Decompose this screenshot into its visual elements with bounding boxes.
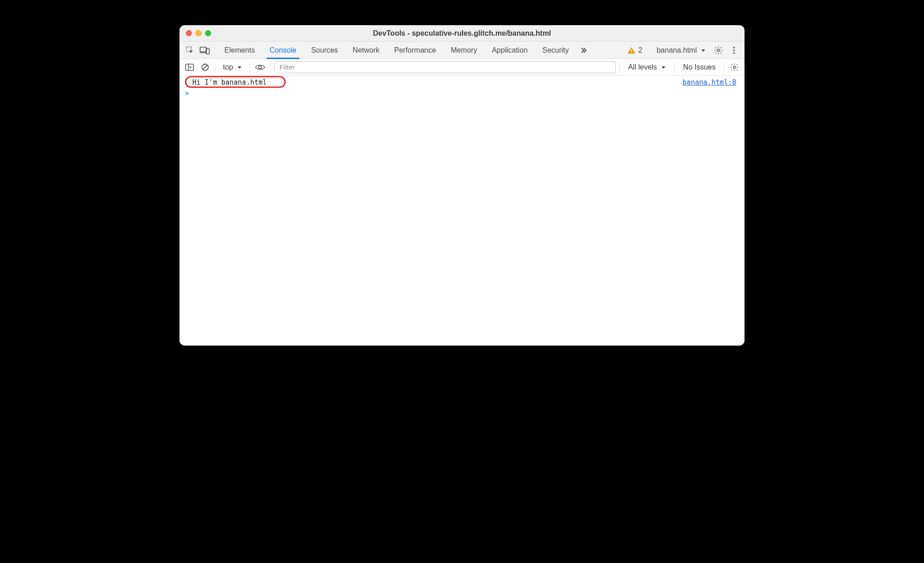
divider [620, 62, 620, 72]
toggle-sidebar-icon[interactable] [183, 61, 196, 74]
tab-label: Application [492, 46, 527, 54]
more-tabs-icon[interactable] [576, 42, 590, 59]
console-log-source-link[interactable]: banana.html:8 [683, 78, 736, 87]
console-output: Hi I'm banana.html banana.html:8 > [179, 76, 745, 346]
console-prompt[interactable]: > [179, 88, 745, 99]
console-log-row: Hi I'm banana.html banana.html:8 [179, 76, 745, 88]
log-levels-dropdown[interactable]: All levels [624, 63, 671, 71]
svg-rect-9 [186, 64, 194, 70]
context-name: top [223, 63, 233, 71]
tab-label: Memory [451, 46, 477, 54]
target-dropdown[interactable]: banana.html [653, 46, 710, 54]
tab-application[interactable]: Application [485, 42, 534, 59]
tab-label: Performance [394, 46, 436, 54]
svg-rect-1 [200, 47, 207, 52]
svg-point-14 [733, 66, 735, 68]
svg-line-12 [203, 65, 207, 69]
settings-gear-icon[interactable] [712, 46, 725, 55]
chevron-down-icon [661, 65, 666, 70]
tab-performance[interactable]: Performance [387, 42, 443, 59]
more-menu-icon[interactable] [727, 46, 741, 54]
target-name: banana.html [657, 46, 697, 54]
window-zoom-button[interactable] [205, 30, 211, 36]
tab-console[interactable]: Console [263, 42, 304, 59]
tab-sources[interactable]: Sources [304, 42, 345, 59]
warnings-badge[interactable]: 2 [625, 46, 645, 54]
svg-point-13 [259, 66, 261, 69]
svg-point-5 [717, 49, 719, 51]
tab-label: Security [542, 46, 569, 54]
live-expression-eye-icon[interactable] [254, 61, 266, 74]
tab-label: Sources [311, 46, 338, 54]
tab-security[interactable]: Security [535, 42, 576, 59]
tabs-right-cluster: 2 banana.html [619, 42, 741, 59]
tab-memory[interactable]: Memory [444, 42, 484, 59]
window-title: DevTools - speculative-rules.glitch.me/b… [179, 29, 745, 38]
chevron-down-icon [701, 48, 706, 53]
context-dropdown[interactable]: top [219, 63, 246, 71]
warnings-count: 2 [638, 46, 642, 54]
tab-network[interactable]: Network [346, 42, 386, 59]
device-toolbar-icon[interactable] [198, 42, 212, 59]
log-text: Hi I'm banana.html [192, 78, 267, 87]
traffic-lights [186, 30, 211, 36]
svg-point-8 [733, 52, 734, 54]
divider [270, 62, 271, 72]
chevron-down-icon [237, 65, 242, 70]
devtools-window: DevTools - speculative-rules.glitch.me/b… [179, 25, 745, 346]
console-toolbar: top All levels No Issues [179, 59, 745, 76]
tab-label: Elements [224, 46, 255, 54]
prompt-caret-icon: > [185, 89, 189, 97]
svg-rect-3 [631, 49, 632, 51]
console-filter-input[interactable] [274, 61, 615, 73]
tab-elements[interactable]: Elements [217, 42, 262, 59]
clear-console-icon[interactable] [199, 61, 212, 74]
divider [214, 44, 215, 56]
divider [674, 62, 675, 72]
divider [215, 62, 216, 72]
devtools-tabs: Elements Console Sources Network Perform… [179, 42, 745, 59]
levels-label: All levels [628, 63, 657, 71]
svg-point-7 [733, 49, 734, 51]
console-log-message: Hi I'm banana.html [192, 78, 267, 87]
svg-point-6 [733, 47, 734, 48]
console-settings-gear-icon[interactable] [728, 61, 741, 74]
window-close-button[interactable] [186, 30, 192, 36]
warning-icon [627, 46, 636, 54]
divider [250, 62, 250, 72]
divider [724, 62, 724, 72]
tab-label: Console [270, 46, 297, 54]
inspect-element-icon[interactable] [183, 42, 197, 59]
tab-label: Network [353, 46, 380, 54]
issues-status[interactable]: No Issues [679, 63, 720, 71]
titlebar: DevTools - speculative-rules.glitch.me/b… [179, 25, 745, 42]
window-minimize-button[interactable] [196, 30, 201, 36]
svg-rect-4 [631, 52, 632, 53]
